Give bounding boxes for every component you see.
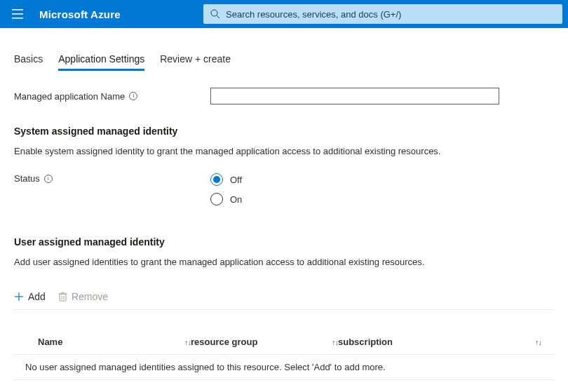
user-identity-title: User assigned managed identity (14, 236, 554, 248)
managed-app-name-label: Managed application Name i (14, 91, 210, 102)
menu-icon[interactable] (6, 0, 29, 28)
tab-basics[interactable]: Basics (14, 53, 43, 71)
radio-label: Off (230, 175, 242, 185)
status-on-radio[interactable]: On (210, 193, 242, 205)
tab-label: Review + create (160, 53, 231, 65)
tab-label: Application Settings (58, 53, 144, 65)
managed-app-name-input[interactable] (210, 88, 499, 104)
button-label: Remove (72, 291, 108, 302)
tabs: Basics Application Settings Review + cre… (14, 53, 554, 71)
remove-button: Remove (58, 291, 108, 302)
radio-icon (210, 193, 223, 205)
status-label: Status i (14, 173, 210, 184)
search-input[interactable] (226, 9, 555, 20)
column-label: Name (38, 337, 62, 347)
svg-rect-0 (12, 9, 23, 11)
column-label: resource group (191, 337, 257, 347)
table-empty-message: No user assigned managed identities assi… (14, 355, 554, 380)
svg-rect-7 (60, 294, 66, 301)
status-row: Status i Off On (14, 173, 554, 205)
sort-icon: ↑↓ (184, 338, 191, 346)
svg-rect-2 (12, 18, 23, 19)
column-name[interactable]: Name ↑↓ (38, 337, 191, 347)
tab-application-settings[interactable]: Application Settings (58, 53, 144, 71)
plus-icon (14, 292, 24, 302)
svg-point-3 (211, 10, 217, 16)
managed-app-name-row: Managed application Name i (14, 88, 554, 104)
info-icon[interactable]: i (129, 92, 137, 100)
column-label: subscription (338, 337, 393, 347)
add-button[interactable]: Add (14, 291, 46, 302)
system-identity-title: System assigned managed identity (14, 126, 554, 137)
radio-icon (210, 173, 223, 186)
identity-table: Name ↑↓ resource group ↑↓ subscription ↑… (14, 337, 554, 380)
content: Basics Application Settings Review + cre… (0, 53, 568, 380)
sort-icon: ↑↓ (535, 338, 541, 346)
status-off-radio[interactable]: Off (210, 173, 242, 186)
user-identity-desc: Add user assigned identities to grant th… (14, 256, 554, 269)
column-resource-group[interactable]: resource group ↑↓ (191, 337, 338, 347)
trash-icon (58, 292, 67, 302)
svg-line-4 (217, 15, 219, 18)
table-header: Name ↑↓ resource group ↑↓ subscription ↑… (14, 337, 554, 355)
svg-rect-1 (12, 13, 23, 15)
identity-toolbar: Add Remove (14, 291, 554, 310)
azure-header: Microsoft Azure (0, 0, 568, 28)
status-radio-group: Off On (210, 173, 242, 205)
search-box[interactable] (203, 4, 562, 24)
column-subscription[interactable]: subscription ↑↓ (338, 337, 541, 347)
tab-review-create[interactable]: Review + create (160, 53, 231, 71)
search-wrap (203, 4, 562, 24)
label-text: Status (14, 173, 40, 184)
brand-title: Microsoft Azure (39, 8, 121, 20)
sort-icon: ↑↓ (332, 338, 338, 346)
radio-label: On (230, 194, 242, 205)
search-icon (210, 9, 220, 19)
tab-label: Basics (14, 53, 43, 65)
label-text: Managed application Name (14, 91, 125, 102)
button-label: Add (28, 291, 46, 302)
info-icon[interactable]: i (44, 175, 53, 183)
system-identity-desc: Enable system assigned identity to grant… (14, 145, 554, 158)
